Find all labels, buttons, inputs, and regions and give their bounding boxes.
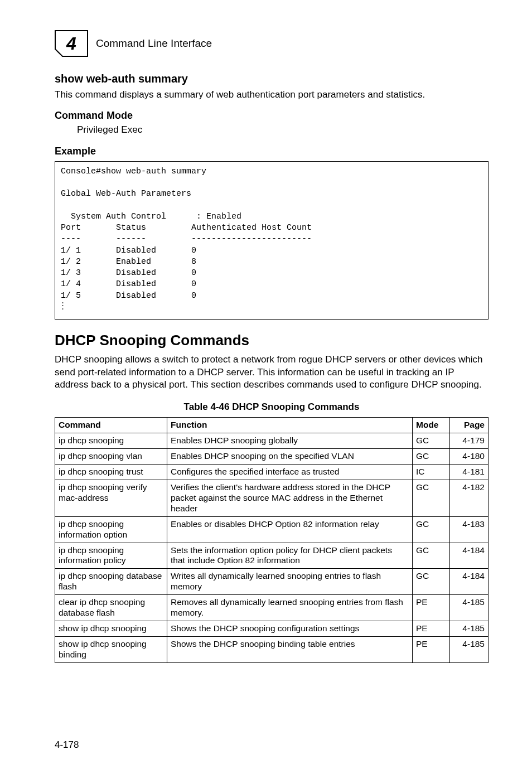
console-output: Console#show web-auth summary Global Web… bbox=[55, 161, 489, 320]
command-table: Command Function Mode Page ip dhcp snoop… bbox=[55, 417, 489, 662]
table-row: ip dhcp snooping information policy Sets… bbox=[55, 543, 489, 569]
table-row: ip dhcp snooping information option Enab… bbox=[55, 516, 489, 543]
table-row: ip dhcp snooping database flash Writes a… bbox=[55, 569, 489, 595]
running-header-title: Command Line Interface bbox=[96, 36, 212, 51]
table-row: clear ip dhcp snooping database flash Re… bbox=[55, 595, 489, 621]
page-number: 4-178 bbox=[55, 739, 79, 752]
table-row: ip dhcp snooping trust Configures the sp… bbox=[55, 465, 489, 480]
running-header: 4 Command Line Interface bbox=[55, 30, 489, 57]
table-header-row: Command Function Mode Page bbox=[55, 418, 489, 433]
command-mode-heading: Command Mode bbox=[55, 109, 489, 122]
chapter-tab-icon: 4 bbox=[55, 30, 88, 57]
section-description: DHCP snooping allows a switch to protect… bbox=[55, 354, 489, 391]
command-mode-value: Privileged Exec bbox=[77, 124, 489, 137]
example-heading: Example bbox=[55, 144, 489, 158]
table-row: ip dhcp snooping vlan Enables DHCP snoop… bbox=[55, 449, 489, 465]
col-command: Command bbox=[55, 418, 167, 433]
col-function: Function bbox=[167, 418, 413, 433]
col-page: Page bbox=[450, 418, 489, 433]
tab-number: 4 bbox=[66, 33, 76, 54]
vertical-ellipsis-icon: ... bbox=[61, 301, 65, 309]
table-row: ip dhcp snooping Enables DHCP snooping g… bbox=[55, 433, 489, 449]
table-caption: Table 4-46 DHCP Snooping Commands bbox=[55, 401, 489, 414]
table-row: ip dhcp snooping verify mac-address Veri… bbox=[55, 480, 489, 516]
table-row: show ip dhcp snooping Shows the DHCP sno… bbox=[55, 621, 489, 636]
col-mode: Mode bbox=[413, 418, 450, 433]
section-title: DHCP Snooping Commands bbox=[55, 331, 489, 350]
command-description: This command displays a summary of web a… bbox=[55, 89, 489, 101]
command-title: show web-auth summary bbox=[55, 71, 489, 86]
table-row: show ip dhcp snooping binding Shows the … bbox=[55, 636, 489, 662]
